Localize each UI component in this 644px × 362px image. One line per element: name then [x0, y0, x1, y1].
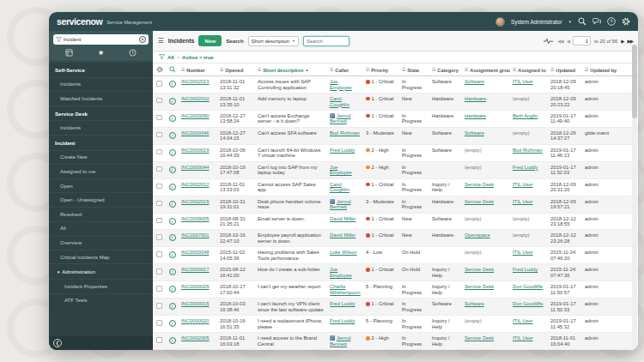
sidebar-item[interactable]: Open - Unassigned — [49, 192, 153, 207]
current-row-input[interactable] — [573, 36, 591, 45]
collapse-sidebar-icon[interactable]: ❮ — [53, 339, 62, 347]
row-checkbox[interactable] — [156, 234, 162, 240]
record-preview-icon[interactable]: i — [169, 98, 176, 105]
history-clock-icon[interactable] — [129, 49, 137, 57]
assigned-to-link[interactable]: Don Goodliffe — [513, 284, 543, 289]
record-preview-icon[interactable]: i — [169, 166, 176, 173]
assignment-group-link[interactable]: Service Desk — [465, 199, 494, 204]
gear-icon[interactable] — [622, 17, 630, 26]
assigned-to-link[interactable]: ITIL User — [513, 250, 533, 255]
activity-stream-icon[interactable] — [544, 38, 554, 45]
row-checkbox[interactable] — [156, 303, 162, 309]
chat-icon[interactable] — [592, 17, 601, 26]
assigned-to-link[interactable]: ITIL User — [513, 199, 533, 204]
record-preview-icon[interactable]: i — [169, 218, 176, 225]
sidebar-item[interactable]: Watched Incidents — [49, 91, 153, 106]
clear-filter-icon[interactable]: ✕ — [139, 36, 146, 43]
incident-number-link[interactable]: INC0000046 — [181, 130, 210, 136]
sidebar-item[interactable]: Assigned to me — [49, 164, 153, 178]
caller-link[interactable]: Carol Coughlin — [330, 96, 349, 107]
assignment-group-link[interactable]: Hardware — [465, 113, 486, 118]
sidebar-item[interactable]: Create New — [49, 150, 153, 165]
assigned-to-link[interactable]: ITIL User — [513, 79, 533, 84]
caller-link[interactable]: Joe Employee — [330, 267, 352, 278]
record-preview-icon[interactable]: i — [169, 268, 176, 275]
assignment-group-link[interactable]: Software — [465, 130, 484, 136]
row-checkbox[interactable] — [156, 286, 162, 292]
user-menu[interactable]: System Administrator — [511, 19, 562, 25]
record-preview-icon[interactable]: i — [169, 251, 176, 258]
column-header-updated[interactable]: ☰Updated — [548, 63, 582, 75]
last-page-icon[interactable]: ▶▶ — [628, 39, 633, 44]
row-checkbox[interactable] — [156, 201, 162, 207]
column-menu-icon[interactable]: ☰ — [585, 68, 588, 73]
record-preview-icon[interactable]: i — [169, 234, 176, 241]
caller-link[interactable]: Joe Employee — [330, 165, 352, 176]
caller-link[interactable]: Luke Wilson — [330, 250, 357, 255]
sidebar-subitem[interactable]: Incident Properties — [49, 279, 153, 293]
record-preview-icon[interactable]: i — [169, 149, 176, 156]
row-checkbox[interactable] — [156, 132, 162, 138]
incident-number-link[interactable]: INC0000020 — [181, 318, 210, 323]
list-settings-gear-icon[interactable] — [156, 66, 163, 73]
filter-funnel-icon[interactable] — [159, 54, 165, 60]
user-avatar[interactable] — [495, 17, 505, 27]
assigned-to-link[interactable]: ITIL User — [513, 182, 533, 187]
sidebar-item[interactable]: Critical Incidents Map — [49, 250, 153, 264]
sidebar-item[interactable]: Incidents — [49, 77, 153, 92]
column-menu-icon[interactable]: ☰ — [366, 68, 369, 73]
record-preview-icon[interactable]: i — [169, 286, 176, 293]
caller-link[interactable]: David Miller — [330, 232, 355, 238]
column-header-priority[interactable]: ☰Priority — [363, 63, 399, 75]
previous-page-icon[interactable]: ◀ — [567, 39, 569, 44]
column-header-assignment-group[interactable]: ☰Assignment group — [462, 63, 510, 75]
column-menu-icon[interactable]: ☰ — [432, 68, 435, 73]
record-preview-icon[interactable]: i — [169, 337, 176, 344]
column-header-number[interactable]: ☰Number — [179, 63, 217, 75]
incident-number-link[interactable]: INC0000048 — [181, 250, 210, 255]
assignment-group-link[interactable]: Software — [465, 79, 484, 84]
assigned-to-link[interactable]: Don Goodliffe — [513, 301, 543, 306]
incident-number-link[interactable]: INC0009005 — [181, 216, 210, 221]
row-checkbox[interactable] — [156, 184, 162, 190]
assignment-group-link[interactable]: Openspace — [465, 232, 490, 238]
sidebar-subitem[interactable]: ATF Tests — [49, 293, 153, 308]
caller-link[interactable]: Carol Coughlin — [330, 182, 349, 193]
row-checkbox[interactable] — [156, 81, 162, 87]
record-preview-icon[interactable]: i — [169, 201, 176, 208]
column-header-opened[interactable]: ☰Opened — [217, 63, 255, 75]
incident-number-link[interactable]: INC0000044 — [181, 165, 210, 170]
next-page-icon[interactable]: ▶ — [621, 39, 623, 44]
row-checkbox[interactable] — [156, 268, 162, 275]
incident-number-link[interactable]: INC0000015 — [181, 301, 210, 306]
new-button[interactable]: New — [198, 35, 222, 46]
column-header-caller[interactable]: ☰Caller — [327, 63, 363, 75]
column-header-state[interactable]: ☰State — [399, 63, 429, 75]
list-context-menu-icon[interactable]: ☰ — [158, 37, 164, 45]
incident-number-link[interactable]: INC0000019 — [181, 148, 210, 153]
sidebar-item[interactable]: Open — [49, 178, 153, 193]
column-menu-icon[interactable]: ☰ — [550, 68, 554, 73]
incident-number-link[interactable]: INC0000029 — [181, 284, 210, 289]
row-checkbox[interactable] — [156, 218, 162, 224]
incident-number-link[interactable]: INC0002005 — [181, 335, 210, 341]
incident-number-link[interactable]: INC0000017 — [181, 267, 210, 272]
sidebar-item[interactable]: Incidents — [49, 120, 153, 135]
caller-link[interactable]: David Miller — [330, 216, 355, 221]
caller-link[interactable]: Fred Luddy — [330, 301, 355, 306]
search-field-select[interactable]: Short description ▼ — [248, 36, 299, 46]
incident-number-link[interactable]: INC0000050 — [181, 113, 210, 118]
all-applications-icon[interactable] — [65, 49, 73, 57]
incident-number-link[interactable]: INC0002013 — [181, 79, 210, 84]
breadcrumb-all[interactable]: All — [167, 54, 174, 60]
caller-link[interactable]: Joe Employee — [330, 79, 352, 90]
column-header-assigned-to[interactable]: ☰Assigned to — [510, 63, 548, 75]
caller-link[interactable]: Charlie Whitherspoon — [330, 284, 361, 295]
column-header-category[interactable]: ☰Category — [429, 63, 462, 75]
assigned-to-link[interactable]: ITIL User — [513, 335, 533, 341]
row-checkbox[interactable] — [156, 115, 162, 121]
record-preview-icon[interactable]: i — [169, 115, 176, 122]
search-icon[interactable] — [578, 17, 586, 26]
column-menu-icon[interactable]: ☰ — [330, 68, 333, 73]
assigned-to-link[interactable]: ITIL User — [513, 318, 533, 323]
